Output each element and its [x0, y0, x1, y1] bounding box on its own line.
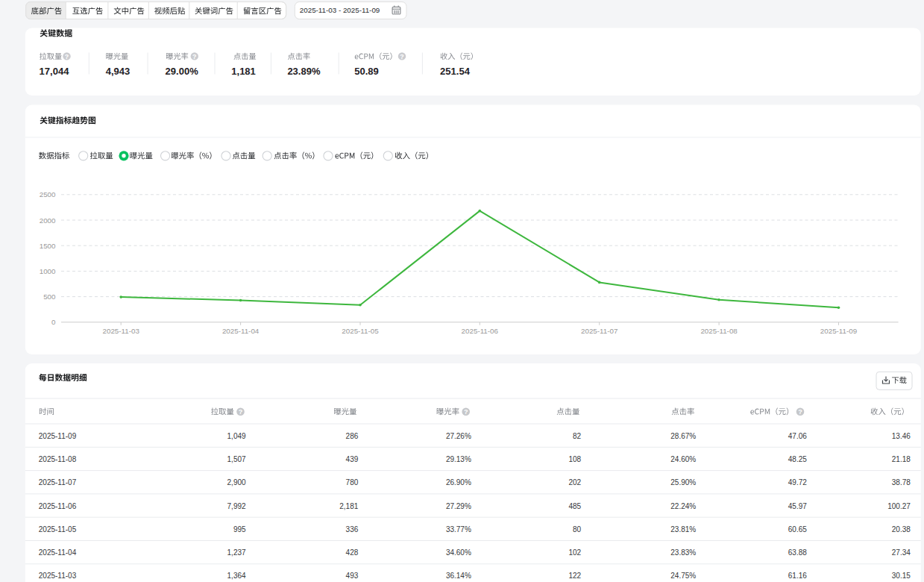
- svg-text:108: 108: [569, 455, 582, 463]
- svg-text:4,943: 4,943: [106, 66, 131, 77]
- svg-text:27.34: 27.34: [892, 548, 911, 557]
- svg-text:428: 428: [346, 548, 359, 557]
- svg-text:7,992: 7,992: [227, 502, 246, 510]
- svg-text:485: 485: [569, 502, 582, 510]
- svg-text:17,044: 17,044: [40, 66, 70, 77]
- svg-text:?: ?: [192, 53, 196, 60]
- svg-text:995: 995: [233, 525, 246, 534]
- svg-text:?: ?: [65, 53, 69, 60]
- svg-text:27.29%: 27.29%: [446, 502, 471, 510]
- svg-text:1,507: 1,507: [227, 455, 246, 463]
- svg-text:?: ?: [239, 408, 243, 416]
- svg-text:21.18: 21.18: [892, 455, 911, 463]
- svg-text:23.89%: 23.89%: [287, 66, 321, 77]
- svg-text:2025-11-03: 2025-11-03: [39, 572, 77, 580]
- svg-text:2500: 2500: [40, 190, 56, 198]
- svg-text:2025-11-08: 2025-11-08: [700, 327, 738, 335]
- svg-text:2025-11-05: 2025-11-05: [39, 525, 77, 534]
- svg-text:63.88: 63.88: [788, 548, 807, 557]
- svg-text:13.46: 13.46: [892, 432, 911, 440]
- svg-text:2025-11-07: 2025-11-07: [39, 478, 77, 486]
- svg-text:2025-11-07: 2025-11-07: [581, 327, 617, 335]
- svg-text:28.67%: 28.67%: [670, 432, 696, 440]
- svg-text:1,181: 1,181: [231, 66, 256, 77]
- svg-text:48.25: 48.25: [788, 455, 807, 463]
- svg-text:102: 102: [569, 548, 582, 557]
- svg-text:2025-11-04: 2025-11-04: [39, 548, 77, 557]
- svg-text:29.00%: 29.00%: [166, 66, 199, 77]
- svg-text:2025-11-03 - 2025-11-09: 2025-11-03 - 2025-11-09: [300, 6, 380, 14]
- svg-text:2025-11-09: 2025-11-09: [820, 327, 857, 335]
- svg-text:2025-11-08: 2025-11-08: [39, 455, 77, 463]
- svg-text:1000: 1000: [40, 267, 56, 275]
- svg-text:122: 122: [569, 572, 582, 580]
- svg-text:20.38: 20.38: [892, 525, 911, 534]
- svg-text:1500: 1500: [40, 242, 56, 250]
- svg-text:1,049: 1,049: [227, 432, 246, 440]
- svg-text:251.54: 251.54: [440, 66, 471, 77]
- svg-text:?: ?: [400, 53, 403, 60]
- svg-text:26.90%: 26.90%: [446, 478, 471, 486]
- svg-text:61.16: 61.16: [788, 572, 807, 580]
- svg-text:286: 286: [346, 432, 359, 440]
- svg-text:2,900: 2,900: [227, 478, 246, 486]
- svg-text:336: 336: [346, 525, 359, 534]
- svg-text:2025-11-06: 2025-11-06: [462, 327, 499, 335]
- svg-text:?: ?: [464, 408, 468, 416]
- svg-text:493: 493: [346, 572, 359, 580]
- svg-text:33.77%: 33.77%: [446, 525, 471, 534]
- svg-text:24.75%: 24.75%: [670, 572, 696, 580]
- svg-text:1,237: 1,237: [227, 548, 246, 557]
- svg-text:2025-11-05: 2025-11-05: [342, 327, 379, 335]
- svg-text:47.06: 47.06: [788, 432, 807, 440]
- svg-text:2025-11-06: 2025-11-06: [39, 502, 77, 510]
- svg-text:780: 780: [346, 478, 359, 486]
- svg-text:36.14%: 36.14%: [446, 572, 471, 580]
- svg-text:2025-11-09: 2025-11-09: [39, 432, 77, 440]
- svg-text:60.65: 60.65: [788, 525, 807, 534]
- svg-text:439: 439: [346, 455, 359, 463]
- svg-text:29.13%: 29.13%: [446, 455, 471, 463]
- svg-text:?: ?: [798, 408, 802, 416]
- svg-text:30.15: 30.15: [892, 572, 911, 580]
- svg-text:23.81%: 23.81%: [670, 525, 696, 534]
- svg-text:82: 82: [573, 432, 582, 440]
- svg-text:2025-11-03: 2025-11-03: [103, 327, 140, 335]
- svg-text:27.26%: 27.26%: [446, 432, 471, 440]
- svg-text:2025-11-04: 2025-11-04: [222, 327, 260, 335]
- svg-text:80: 80: [573, 525, 582, 534]
- svg-text:2,181: 2,181: [339, 502, 358, 510]
- svg-text:22.24%: 22.24%: [670, 502, 696, 510]
- svg-text:38.78: 38.78: [892, 478, 911, 486]
- svg-text:500: 500: [43, 292, 56, 301]
- svg-text:100.27: 100.27: [887, 502, 911, 510]
- svg-text:23.83%: 23.83%: [670, 548, 696, 557]
- svg-text:1,364: 1,364: [227, 572, 246, 580]
- svg-text:34.60%: 34.60%: [446, 548, 471, 557]
- svg-text:24.60%: 24.60%: [670, 455, 696, 463]
- svg-text:25.90%: 25.90%: [670, 478, 696, 486]
- svg-text:202: 202: [569, 478, 582, 486]
- svg-text:2000: 2000: [40, 216, 56, 225]
- svg-text:49.72: 49.72: [788, 478, 807, 486]
- svg-text:45.97: 45.97: [788, 502, 807, 510]
- svg-text:0: 0: [51, 318, 56, 326]
- svg-text:50.89: 50.89: [354, 66, 379, 77]
